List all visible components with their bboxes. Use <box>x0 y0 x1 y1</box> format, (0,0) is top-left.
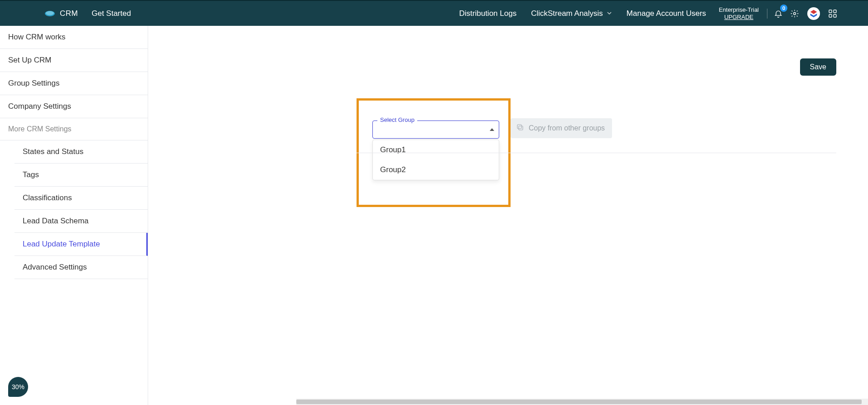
svg-rect-7 <box>519 126 523 130</box>
select-group-dropdown[interactable]: Select Group <box>372 121 499 139</box>
apps-button[interactable] <box>825 5 841 22</box>
copy-button-label: Copy from other groups <box>529 124 605 132</box>
select-group-menu: Group1 Group2 <box>372 140 499 180</box>
select-option-group1[interactable]: Group1 <box>373 140 499 160</box>
trial-label: Enterprise-Trial <box>719 6 759 14</box>
get-started-link[interactable]: Get Started <box>92 9 131 18</box>
upgrade-link[interactable]: UPGRADE <box>724 14 753 21</box>
sidebar-item-advanced-settings[interactable]: Advanced Settings <box>14 256 148 279</box>
sidebar-item-set-up-crm[interactable]: Set Up CRM <box>0 49 148 72</box>
horizontal-scrollbar[interactable] <box>296 399 868 405</box>
trial-info: Enterprise-Trial UPGRADE <box>714 6 764 20</box>
copy-from-other-groups-button[interactable]: Copy from other groups <box>511 118 612 138</box>
save-button[interactable]: Save <box>800 58 836 76</box>
svg-point-2 <box>794 12 796 14</box>
avatar[interactable] <box>807 7 820 20</box>
select-group-label: Select Group <box>377 116 417 123</box>
sidebar-item-tags[interactable]: Tags <box>14 164 148 187</box>
sidebar-sub: States and Status Tags Classifications L… <box>0 140 148 279</box>
progress-bubble[interactable]: 30% <box>8 377 28 397</box>
select-option-group2[interactable]: Group2 <box>373 160 499 180</box>
svg-point-1 <box>46 11 54 15</box>
svg-rect-6 <box>834 14 836 17</box>
main-content: Save Select Group Group1 Group2 Copy fro… <box>148 26 868 405</box>
sidebar-item-company-settings[interactable]: Company Settings <box>0 95 148 118</box>
sidebar: How CRM works Set Up CRM Group Settings … <box>0 26 148 405</box>
sidebar-item-classifications[interactable]: Classifications <box>14 187 148 210</box>
nav-manage-users[interactable]: Manage Account Users <box>619 1 714 26</box>
sidebar-top: How CRM works Set Up CRM Group Settings … <box>0 26 148 118</box>
nav-distribution-logs[interactable]: Distribution Logs <box>452 1 524 26</box>
logo[interactable]: CRM <box>44 9 78 18</box>
svg-rect-5 <box>829 14 832 17</box>
svg-rect-3 <box>829 10 832 13</box>
svg-rect-4 <box>834 10 836 13</box>
header-right: Distribution Logs ClickStream Analysis M… <box>452 1 868 26</box>
sidebar-item-lead-update-template[interactable]: Lead Update Template <box>14 233 148 256</box>
caret-up-icon <box>490 128 494 131</box>
nav-clickstream[interactable]: ClickStream Analysis <box>524 1 619 26</box>
sidebar-item-group-settings[interactable]: Group Settings <box>0 72 148 95</box>
svg-rect-8 <box>517 125 521 129</box>
chevron-down-icon <box>607 9 612 18</box>
notifications-button[interactable]: 0 <box>770 5 786 22</box>
scrollbar-thumb[interactable] <box>296 400 862 404</box>
copy-icon <box>516 123 524 133</box>
nav-clickstream-label: ClickStream Analysis <box>531 9 603 18</box>
sidebar-section-label: More CRM Settings <box>0 118 148 140</box>
logo-text: CRM <box>60 9 78 18</box>
sidebar-item-lead-data-schema[interactable]: Lead Data Schema <box>14 210 148 233</box>
app-header: CRM Get Started Distribution Logs ClickS… <box>0 0 868 26</box>
sidebar-item-states-status[interactable]: States and Status <box>14 140 148 164</box>
divider <box>767 9 767 19</box>
content-divider <box>357 153 836 153</box>
sidebar-item-how-crm-works[interactable]: How CRM works <box>0 26 148 49</box>
settings-button[interactable] <box>786 5 803 22</box>
logo-icon <box>44 10 55 17</box>
